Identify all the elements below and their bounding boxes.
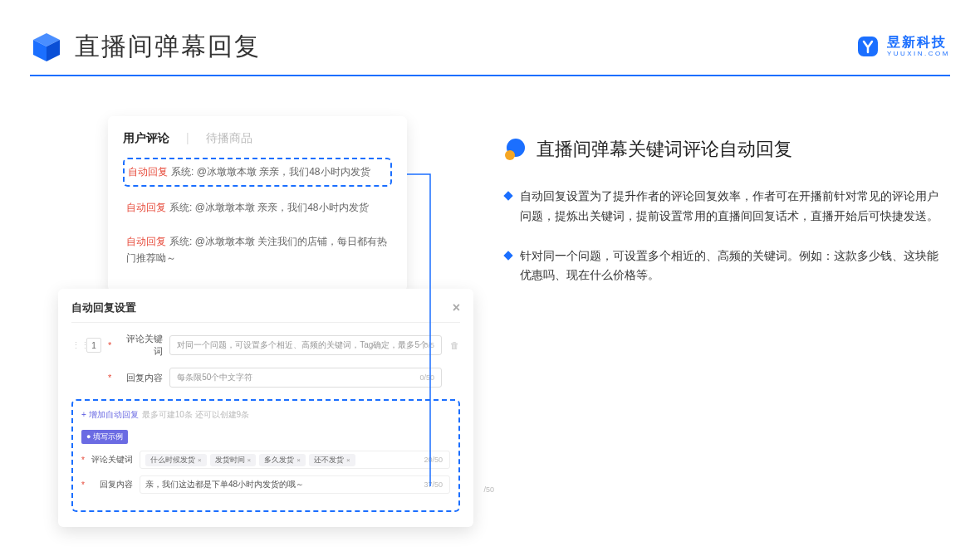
example-badge: ● 填写示例 [81,430,128,444]
comment-text: 系统: @冰墩墩本墩 亲亲，我们48小时内发货 [169,202,369,213]
comment-text: 系统: @冰墩墩本墩 亲亲，我们48小时内发货 [171,166,370,178]
settings-card: 自动回复设置 × ⋮⋮ 1 * 评论关键词 对同一个问题，可设置多个相近、高频的… [58,289,473,527]
tag-chip[interactable]: 什么时候发货× [145,454,207,466]
tabs: 用户评论 | 待播商品 [123,131,392,146]
ex-keyword-counter: 20/50 [424,456,443,464]
example-reply-row: * 回复内容 亲，我们这边都是下单48小时内发货的哦～ 37/50 /50 [81,475,450,494]
tag-chip[interactable]: 还不发货× [309,454,355,466]
ex-reply-label: 回复内容 [91,479,133,490]
auto-reply-badge: 自动回复 [128,166,168,178]
ex-keyword-label: 评论关键词 [91,454,133,466]
example-block: + 增加自动回复 最多可建10条 还可以创建9条 ● 填写示例 * 评论关键词 … [71,399,460,512]
close-icon[interactable]: × [453,300,460,315]
settings-title: 自动回复设置 [71,300,136,315]
required-icon: * [108,373,111,383]
tag-chip[interactable]: 发货时间× [210,454,257,466]
partial-counter: /50 [483,485,494,494]
tab-user-comments[interactable]: 用户评论 [123,131,169,146]
comments-card: 用户评论 | 待播商品 自动回复系统: @冰墩墩本墩 亲亲，我们48小时内发货 … [108,116,407,291]
reply-input[interactable]: 每条限50个中文字符 0/50 [169,368,442,388]
cube-icon [30,30,63,63]
ex-reply-counter: 37/50 [424,480,443,489]
brand-logo: 昱新科技 YUUXIN.COM [855,34,950,59]
required-icon: * [81,480,85,490]
logo-icon [855,34,880,59]
required-icon: * [108,340,111,350]
page-header: 直播间弹幕回复 昱新科技 YUUXIN.COM [30,18,950,75]
tag-chip[interactable]: 多久发货× [259,454,306,466]
right-content: 直播间弹幕关键词评论自动回复 自动回复设置为了提升作者的评论回复效率，作者可在开… [505,137,947,305]
row-number: 1 [86,338,101,353]
tab-pending-products[interactable]: 待播商品 [206,131,252,146]
drag-handle-icon[interactable]: ⋮⋮ [71,340,80,351]
form-row-keyword: ⋮⋮ 1 * 评论关键词 对同一个问题，可设置多个相近、高频的关键词，Tag确定… [71,333,460,358]
keyword-input[interactable]: 对同一个问题，可设置多个相近、高频的关键词，Tag确定，最多5个 0/5 [169,335,442,355]
ex-keyword-input[interactable]: 什么时候发货× 发货时间× 多久发货× 还不发货× 20/50 [140,451,450,469]
comment-item: 自动回复系统: @冰墩墩本墩 关注我们的店铺，每日都有热门推荐呦～ [123,229,392,271]
keyword-label: 评论关键词 [118,333,163,358]
page-title: 直播间弹幕回复 [75,30,261,64]
add-auto-reply-link[interactable]: + 增加自动回复 最多可建10条 还可以创建9条 [81,409,450,421]
bullet-item: 自动回复设置为了提升作者的评论回复效率，作者可在开播前针对常见的评论用户问题，提… [505,187,947,227]
section-title: 直播间弹幕关键词评论自动回复 [505,137,947,162]
logo-text-en: YUUXIN.COM [887,51,950,57]
diamond-icon [503,251,512,260]
diamond-icon [503,191,512,200]
header-divider [30,75,950,76]
comment-item: 自动回复系统: @冰墩墩本墩 亲亲，我们48小时内发货 [123,195,392,221]
bullet-item: 针对同一个问题，可设置多个相近的、高频的关键词。例如：这款多少钱、这块能优惠吗、… [505,246,947,286]
trash-icon[interactable]: 🗑 [448,340,460,350]
required-icon: * [81,456,85,465]
example-keyword-row: * 评论关键词 什么时候发货× 发货时间× 多久发货× 还不发货× 20/50 [81,451,450,469]
keyword-counter: 0/5 [424,341,434,349]
auto-reply-badge: 自动回复 [126,202,166,213]
auto-reply-badge: 自动回复 [126,236,166,247]
form-row-reply: * 回复内容 每条限50个中文字符 0/50 [71,368,460,388]
logo-text-cn: 昱新科技 [887,36,950,49]
ex-reply-input[interactable]: 亲，我们这边都是下单48小时内发货的哦～ 37/50 [140,475,450,494]
tab-separator: | [186,131,189,146]
comment-item: 自动回复系统: @冰墩墩本墩 亲亲，我们48小时内发货 [123,158,392,187]
reply-label: 回复内容 [118,372,163,384]
section-icon [505,139,527,160]
reply-counter: 0/50 [419,373,434,382]
